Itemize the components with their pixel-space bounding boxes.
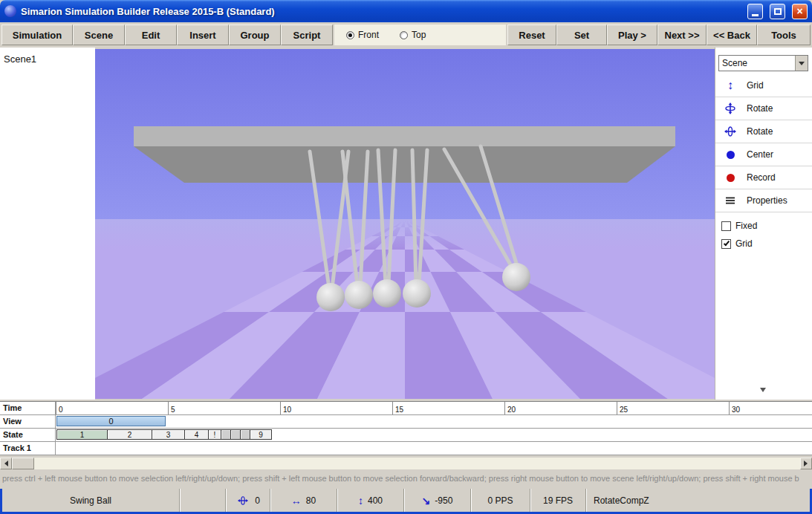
menu-edit[interactable]: Edit: [125, 25, 177, 45]
status-rotate-value: 0: [255, 495, 260, 506]
status-empty-cell: [179, 489, 225, 512]
state-segment[interactable]: [230, 429, 241, 440]
checkbox-fixed[interactable]: Fixed: [715, 217, 812, 235]
tool-center-label: Center: [747, 149, 773, 160]
timeline-row-state: State 1 2 3 4 ! 9: [0, 429, 812, 442]
state-strip: 1 2 3 4 ! 9: [56, 429, 271, 440]
window-title: Simarion Simulation Builder Release 2015…: [21, 6, 741, 17]
fixed-checkbox-box[interactable]: [721, 221, 731, 231]
status-pps: 0 PPS: [470, 489, 530, 512]
properties-lines-icon: [723, 195, 738, 206]
tools-button[interactable]: Tools: [757, 25, 811, 45]
status-mode: RotateCompZ: [585, 489, 810, 512]
panel-mode-dropdown[interactable]: Scene: [718, 55, 808, 71]
tool-record[interactable]: Record: [715, 166, 812, 189]
time-tick: 20: [504, 402, 516, 414]
state-segment[interactable]: [240, 429, 250, 440]
tool-grid[interactable]: ↕ Grid: [715, 74, 812, 97]
next-button[interactable]: Next >>: [657, 25, 707, 45]
status-rotate-cell: 0: [225, 489, 270, 512]
dropdown-value: Scene: [719, 58, 795, 68]
tool-rows: ↕ Grid Rotate: [715, 74, 812, 212]
record-dot-icon: [727, 174, 735, 182]
timeline-label-view: View: [0, 415, 56, 428]
state-track[interactable]: 1 2 3 4 ! 9: [56, 429, 812, 441]
radio-front-circle[interactable]: [346, 31, 354, 39]
tool-rotate-z[interactable]: Rotate: [715, 120, 812, 143]
viewport-3d[interactable]: [95, 49, 715, 399]
titlebar[interactable]: Simarion Simulation Builder Release 2015…: [0, 0, 812, 22]
fixed-checkbox-label: Fixed: [735, 221, 757, 231]
scene-tree-panel[interactable]: Scene1: [0, 48, 95, 400]
time-ruler[interactable]: 0 5 10 15 20 25 30: [56, 402, 812, 414]
tool-center[interactable]: Center: [715, 143, 812, 166]
status-object-name: Swing Ball: [2, 489, 179, 512]
menu-group[interactable]: Group: [229, 25, 281, 45]
view-bar[interactable]: 0: [56, 416, 166, 426]
close-button[interactable]: ×: [792, 4, 808, 19]
menu-insert[interactable]: Insert: [177, 25, 229, 45]
chevron-down-icon: [799, 62, 805, 68]
statusbar: Swing Ball 0 ↔ 80 ↕ 400: [0, 489, 812, 514]
timeline: Time 0 5 10 15 20 25 30 View 0 State 1 2: [0, 401, 812, 455]
timeline-label-state: State: [0, 429, 56, 441]
maximize-button[interactable]: [770, 4, 785, 19]
timeline-row-view: View 0: [0, 415, 812, 429]
grid-checkbox-box[interactable]: [721, 239, 731, 249]
minimize-button[interactable]: [747, 4, 763, 19]
timeline-row-track1: Track 1: [0, 442, 812, 455]
platform-underside[interactable]: [134, 146, 675, 183]
status-depth-value: -950: [435, 495, 452, 506]
app-window: Simarion Simulation Builder Release 2015…: [0, 0, 812, 514]
radio-top[interactable]: Top: [400, 30, 426, 40]
state-segment[interactable]: 2: [107, 429, 152, 440]
status-depth-cell: ↘ -950: [403, 489, 470, 512]
state-segment[interactable]: 9: [250, 429, 272, 440]
panel-scroll-down-icon[interactable]: [760, 388, 766, 395]
state-segment[interactable]: [221, 429, 231, 440]
platform-top[interactable]: [134, 126, 675, 146]
tool-rotate-y[interactable]: Rotate: [715, 97, 812, 120]
play-button[interactable]: Play >: [607, 25, 657, 45]
state-segment[interactable]: !: [208, 429, 221, 440]
menu-script[interactable]: Script: [281, 25, 333, 45]
scene-tree-item[interactable]: Scene1: [4, 53, 36, 65]
state-segment[interactable]: 3: [152, 429, 185, 440]
tool-properties[interactable]: Properties: [715, 189, 812, 212]
checkmark-icon: [723, 240, 729, 247]
app-icon: [4, 5, 16, 17]
track1-track[interactable]: [56, 442, 812, 455]
time-tick: 15: [392, 402, 403, 414]
menu-scene[interactable]: Scene: [73, 25, 125, 45]
menu-simulation[interactable]: Simulation: [1, 25, 73, 45]
time-tick: 30: [729, 402, 740, 414]
view-track[interactable]: 0: [56, 415, 812, 428]
radio-top-circle[interactable]: [400, 31, 408, 39]
tool-record-label: Record: [747, 172, 776, 183]
time-tick: 5: [168, 402, 175, 414]
radio-front[interactable]: Front: [346, 30, 379, 40]
state-segment[interactable]: 1: [56, 429, 108, 440]
scroll-right-button[interactable]: [800, 458, 812, 469]
viewport-canvas[interactable]: [95, 49, 715, 399]
tool-rotate-y-label: Rotate: [747, 103, 773, 114]
move-diagonal-icon: ↘: [422, 495, 431, 506]
state-segment[interactable]: 4: [184, 429, 209, 440]
set-button[interactable]: Set: [556, 25, 607, 45]
move-vertical-icon: ↕: [358, 495, 363, 506]
dropdown-button[interactable]: [795, 56, 808, 71]
tool-panel: Scene ↕ Grid: [715, 48, 812, 400]
timeline-row-time: Time 0 5 10 15 20 25 30: [0, 402, 812, 415]
grid-checkbox-label: Grid: [735, 238, 753, 249]
scroll-thumb[interactable]: [12, 458, 34, 469]
checkbox-grid[interactable]: Grid: [715, 235, 812, 253]
scroll-track[interactable]: [34, 458, 800, 469]
main-area: Scene1: [0, 48, 812, 400]
radio-top-label: Top: [412, 30, 426, 40]
reset-button[interactable]: Reset: [507, 25, 556, 45]
maximize-icon: [774, 8, 782, 15]
back-button[interactable]: << Back: [707, 25, 757, 45]
radio-front-label: Front: [358, 30, 379, 40]
horizontal-scrollbar: [0, 458, 812, 469]
scroll-left-button[interactable]: [0, 458, 12, 469]
